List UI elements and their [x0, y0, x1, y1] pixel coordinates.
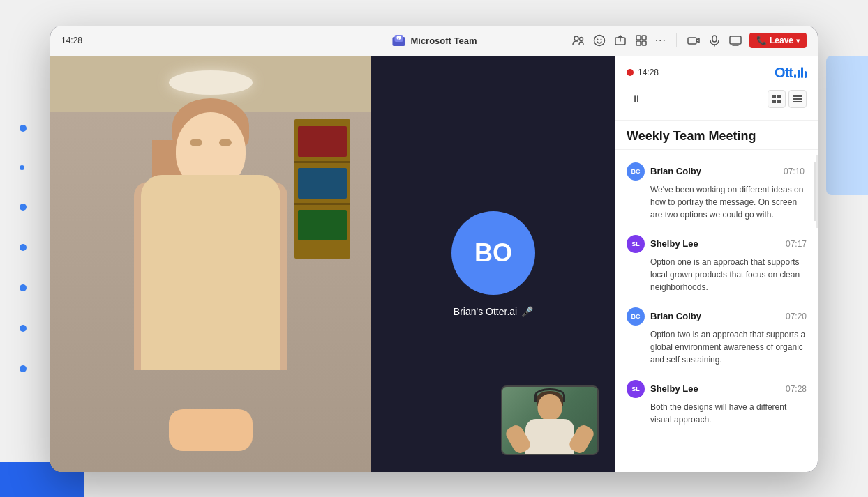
mic-icon[interactable]	[708, 33, 721, 47]
recording-bar: 14:28 Ott	[627, 65, 807, 81]
dot-6	[20, 325, 27, 332]
more-icon[interactable]: ···	[655, 34, 666, 47]
headphones	[534, 388, 565, 402]
svg-rect-11	[642, 36, 646, 40]
background-dots	[20, 0, 27, 497]
sl-initials-2: SL	[631, 385, 640, 392]
entry-header-4: SL Shelby Lee 07:28	[627, 380, 807, 398]
speaker-name-4: Shelby Lee	[650, 383, 698, 394]
person-hands	[169, 409, 253, 451]
leave-label: Leave	[770, 36, 793, 45]
reactions-icon[interactable]	[592, 33, 606, 47]
entry-header-3: BC Brian Colby 07:20	[627, 307, 807, 326]
brian-ottercai-label: Brian's Otter.ai	[454, 306, 517, 317]
speaker-name-3: Brian Colby	[650, 311, 701, 321]
wave-bar-2	[798, 70, 800, 78]
entry-text-3: Option two is an approach that supports …	[627, 328, 807, 366]
separator	[676, 33, 677, 47]
titlebar-logo: T Microsoft Team	[391, 33, 477, 48]
book-3	[298, 210, 347, 240]
camera-icon[interactable]	[687, 33, 701, 47]
transcript-list[interactable]: BC Brian Colby 07:10 We've been working …	[615, 150, 818, 472]
speaker-avatar-bc-1: BC	[627, 162, 645, 181]
main-video-background	[50, 56, 371, 472]
svg-rect-17	[730, 36, 741, 44]
video-area: BO Brian's Otter.ai 🎤	[50, 56, 615, 472]
right-eye	[219, 139, 232, 146]
sidebar-controls: ⏸	[627, 86, 807, 112]
pause-button[interactable]: ⏸	[627, 89, 646, 109]
speaker-avatar-bc-2: BC	[627, 307, 645, 326]
bo-name-label: Brian's Otter.ai 🎤	[454, 306, 533, 317]
apps-icon[interactable]	[634, 33, 648, 47]
otter-wave-icon	[794, 67, 807, 78]
speaker-avatar-sl-2: SL	[627, 380, 645, 398]
sl-initials-1: SL	[631, 240, 640, 247]
svg-rect-14	[688, 38, 696, 44]
sidebar-ctrl-right	[768, 90, 807, 108]
transcript-entry-2: SL Shelby Lee 07:17 Option one is an app…	[615, 228, 818, 300]
titlebar-appname: Microsoft Team	[410, 36, 477, 46]
shelf-1	[294, 161, 350, 163]
svg-rect-23	[793, 95, 802, 97]
transcript-entry-3: BC Brian Colby 07:20 Option two is an ap…	[615, 300, 818, 373]
bookshelf	[294, 119, 350, 259]
view-toggle-1[interactable]	[768, 90, 786, 108]
small-video-thumbnail	[501, 385, 599, 455]
participants-icon[interactable]	[571, 33, 585, 47]
entry-time-3: 07:20	[786, 312, 807, 321]
teams-logo-icon: T	[391, 33, 406, 48]
dot-1	[20, 125, 27, 132]
wave-bar-4	[805, 71, 807, 78]
small-person-body	[525, 419, 574, 455]
book-2	[298, 168, 347, 199]
screen-share-icon[interactable]	[728, 33, 742, 47]
titlebar-icons: ··· 📞 Leave ▾	[571, 33, 807, 48]
left-eye	[190, 139, 202, 146]
svg-rect-20	[777, 95, 781, 98]
speaker-name-1: Brian Colby	[650, 166, 701, 176]
svg-rect-12	[636, 41, 641, 45]
share-icon[interactable]	[613, 33, 627, 47]
recording-dot	[627, 69, 634, 76]
person-body	[141, 175, 280, 370]
speaker-avatar-sl-1: SL	[627, 235, 645, 253]
transcript-entry-1: BC Brian Colby 07:10 We've been working …	[615, 155, 818, 228]
otter-logo: Ott	[775, 65, 807, 81]
otter-text: Ott	[775, 65, 793, 81]
dot-5	[20, 284, 27, 291]
monitor: 14:28 T Microsoft Team	[50, 26, 818, 472]
svg-rect-22	[777, 100, 781, 103]
bo-initials: BO	[474, 238, 512, 268]
center-video-feed: BO Brian's Otter.ai 🎤	[371, 56, 615, 472]
svg-rect-24	[793, 98, 802, 100]
wave-bar-3	[801, 67, 803, 78]
entry-text-1: We've been working on different ideas on…	[627, 183, 805, 221]
svg-rect-21	[772, 100, 776, 103]
entry-text-2: Option one is an approach that supports …	[627, 256, 807, 293]
content-area: BO Brian's Otter.ai 🎤	[50, 56, 818, 472]
phone-end-icon: 📞	[756, 36, 767, 45]
dot-4	[20, 244, 27, 251]
sidebar-header: 14:28 Ott ⏸	[615, 56, 818, 121]
svg-point-6	[594, 36, 604, 46]
leave-button[interactable]: 📞 Leave ▾	[749, 33, 807, 48]
shelf-2	[294, 203, 350, 205]
blue-accent-right	[826, 56, 868, 195]
bc-initials-1: BC	[631, 168, 641, 175]
recording-time: 14:28	[638, 68, 659, 77]
svg-point-7	[597, 39, 598, 40]
room-light	[169, 70, 253, 95]
svg-rect-10	[636, 36, 641, 40]
bc-initials-2: BC	[631, 313, 641, 320]
svg-rect-25	[793, 101, 802, 102]
view-icon-2	[793, 95, 802, 103]
entry-time-4: 07:28	[786, 384, 807, 394]
entry-header-1: BC Brian Colby 07:10	[627, 162, 805, 181]
svg-point-4	[574, 36, 578, 40]
meeting-title: Weekly Team Meeting	[615, 121, 818, 150]
titlebar-time: 14:28	[61, 36, 89, 45]
view-icon-1	[772, 95, 781, 103]
view-toggle-2[interactable]	[788, 90, 807, 108]
speaker-name-2: Shelby Lee	[650, 238, 698, 249]
